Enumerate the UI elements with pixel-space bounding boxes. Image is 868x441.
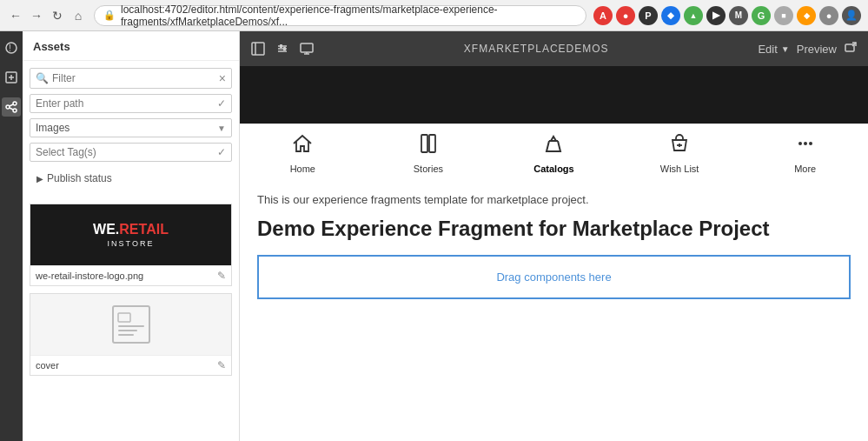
back-button[interactable]: ←	[7, 7, 24, 24]
browser-nav-buttons: ← → ↻ ⌂	[7, 7, 87, 24]
svg-rect-28	[429, 135, 435, 152]
catalogs-icon	[541, 131, 566, 161]
assets-panel: Assets 🔍 × ✓ Images Videos Documents ▼	[23, 31, 240, 441]
we-retail-logo-image: WE.RETAIL INSTORE	[93, 221, 169, 249]
svg-point-7	[13, 109, 17, 112]
panel-toggle-icon[interactable]	[250, 41, 266, 57]
tag-row[interactable]: ✓	[30, 143, 232, 162]
url-text: localhost:4702/editor.html/content/exper…	[121, 3, 577, 28]
ext-icon-10[interactable]: ◆	[797, 6, 816, 25]
sidebar-icon-notification[interactable]: !	[2, 38, 21, 57]
popout-icon[interactable]	[844, 41, 858, 57]
asset-list: WE.RETAIL INSTORE we-retail-instore-logo…	[23, 197, 239, 441]
asset-info-cover: cover ✎	[30, 355, 231, 375]
tag-confirm-icon[interactable]: ✓	[217, 146, 226, 158]
type-select-row[interactable]: Images Videos Documents ▼	[30, 118, 232, 137]
publish-status-row[interactable]: ▶ Publish status	[30, 167, 232, 190]
wishlist-icon	[667, 131, 692, 161]
ext-icon-1[interactable]: A	[593, 6, 613, 25]
mobile-nav-area: Home Stories	[240, 66, 868, 179]
nav-item-stories[interactable]: Stories	[394, 131, 463, 174]
ext-icon-5[interactable]: ▲	[684, 6, 703, 25]
user-icon[interactable]: 👤	[842, 6, 861, 25]
sidebar-icon-add[interactable]	[2, 68, 21, 87]
edit-button[interactable]: Edit ▼	[758, 43, 789, 56]
svg-point-5	[13, 102, 17, 105]
asset-item-cover[interactable]: cover ✎	[30, 293, 232, 376]
nav-item-home[interactable]: Home	[268, 131, 337, 174]
browser-chrome: ← → ↻ ⌂ 🔒 localhost:4702/editor.html/con…	[0, 0, 868, 31]
filter-row[interactable]: 🔍 ×	[30, 68, 232, 89]
svg-line-9	[10, 108, 13, 110]
nav-item-catalogs[interactable]: Catalogs	[519, 131, 588, 174]
search-icon: 🔍	[36, 72, 49, 84]
stories-icon	[416, 131, 441, 161]
path-row[interactable]: ✓	[30, 94, 232, 113]
assets-controls: 🔍 × ✓ Images Videos Documents ▼	[23, 61, 239, 197]
toolbar-icons	[250, 41, 315, 57]
mobile-nav-bar: Home Stories	[240, 124, 868, 179]
asset-item-logo[interactable]: WE.RETAIL INSTORE we-retail-instore-logo…	[30, 204, 232, 286]
tag-input[interactable]	[36, 146, 214, 158]
top-toolbar: XFMARKETPLACEDEMOS Edit ▼ Preview	[240, 31, 868, 66]
path-input[interactable]	[36, 97, 214, 110]
nav-item-more[interactable]: More	[771, 131, 840, 174]
svg-rect-11	[118, 313, 130, 322]
asset-name-cover: cover	[36, 360, 59, 371]
svg-rect-12	[118, 325, 144, 327]
refresh-button[interactable]: ↻	[49, 7, 66, 24]
toolbar-title: XFMARKETPLACEDEMOS	[321, 43, 751, 55]
main-layout: ! Assets 🔍 × ✓ Images	[0, 31, 868, 441]
path-confirm-icon[interactable]: ✓	[217, 97, 226, 110]
emulator-icon[interactable]	[299, 41, 315, 57]
ext-icon-9[interactable]: ■	[774, 6, 793, 25]
svg-rect-27	[421, 135, 427, 152]
properties-icon[interactable]	[275, 41, 290, 57]
svg-rect-14	[118, 334, 134, 336]
ext-icon-3[interactable]: P	[639, 6, 658, 25]
asset-edit-icon-cover[interactable]: ✎	[217, 359, 226, 371]
asset-edit-icon-logo[interactable]: ✎	[217, 270, 226, 282]
svg-rect-22	[301, 43, 313, 52]
ext-icon-2[interactable]: ●	[616, 6, 635, 25]
asset-name-logo: we-retail-instore-logo.png	[36, 271, 143, 281]
asset-info-logo: we-retail-instore-logo.png ✎	[30, 265, 231, 285]
svg-point-6	[6, 105, 10, 109]
edit-dropdown-icon: ▼	[781, 44, 790, 54]
nav-item-wishlist[interactable]: Wish List	[645, 131, 714, 174]
more-icon	[793, 131, 818, 161]
browser-extension-icons: A ● P ◆ ▲ ▶ M G ■ ◆ ● 👤	[593, 6, 861, 25]
publish-status-label: Publish status	[47, 172, 112, 184]
forward-button[interactable]: →	[28, 7, 45, 24]
ext-icon-8[interactable]: G	[752, 6, 771, 25]
home-icon	[290, 131, 315, 161]
nav-label-home: Home	[290, 164, 315, 174]
asset-thumbnail-cover	[30, 294, 231, 355]
svg-rect-13	[118, 330, 137, 331]
home-nav-button[interactable]: ⌂	[70, 7, 87, 24]
address-bar[interactable]: 🔒 localhost:4702/editor.html/content/exp…	[94, 5, 586, 26]
ext-icon-6[interactable]: ▶	[706, 6, 726, 25]
ext-icon-7[interactable]: M	[729, 6, 748, 25]
svg-line-8	[10, 104, 13, 106]
sidebar-icon-strip: !	[0, 31, 23, 441]
svg-point-33	[804, 142, 807, 145]
drag-zone[interactable]: Drag components here	[257, 255, 851, 299]
filter-input[interactable]	[52, 72, 215, 84]
type-select[interactable]: Images Videos Documents	[36, 122, 217, 134]
svg-rect-15	[252, 43, 264, 55]
clear-filter-icon[interactable]: ×	[219, 71, 226, 85]
ext-icon-11[interactable]: ●	[819, 6, 838, 25]
nav-label-more: More	[794, 164, 816, 174]
nav-label-stories: Stories	[414, 164, 443, 174]
svg-point-0	[6, 43, 17, 53]
drag-zone-text: Drag components here	[496, 271, 611, 284]
preview-button[interactable]: Preview	[797, 43, 837, 56]
ext-icon-4[interactable]: ◆	[661, 6, 680, 25]
lock-icon: 🔒	[103, 10, 116, 21]
sidebar-icon-share[interactable]	[2, 97, 21, 117]
nav-label-wishlist: Wish List	[660, 164, 699, 174]
svg-rect-10	[113, 306, 149, 343]
svg-text:!: !	[9, 43, 11, 53]
page-title: Demo Experience Fragment for Marketplace…	[257, 217, 851, 241]
